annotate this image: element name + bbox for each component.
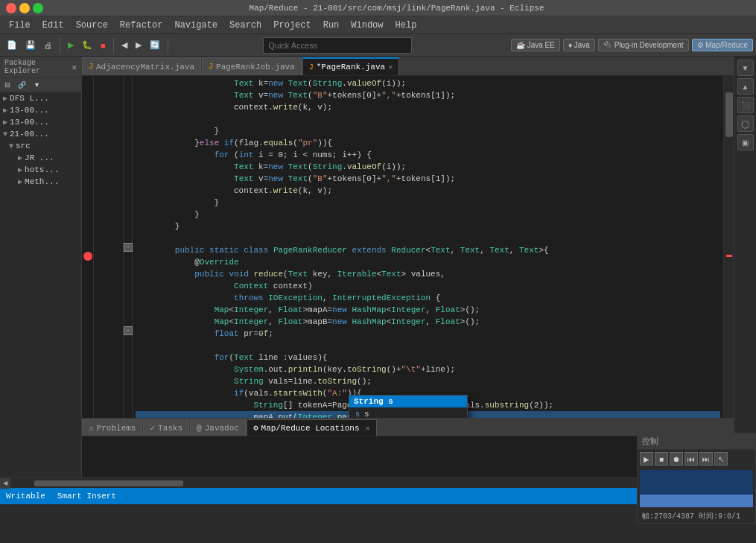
autocomplete-item-s[interactable]: s s (349, 407, 467, 418)
bottom-tab-close-btn[interactable]: ✕ (366, 424, 370, 433)
toolbar: 📄 💾 🖨 ▶ 🐛 ■ ◀ ▶ 🔄 ☕ Java EE ♦ Java 🔌 Plu… (0, 34, 756, 57)
line-num (94, 352, 123, 363)
maximize-window-btn[interactable] (33, 3, 43, 13)
package-icon: ▶ (18, 177, 22, 186)
window-controls[interactable] (6, 3, 43, 13)
bottom-tab-label: Map/Reduce Locations (261, 424, 360, 433)
tab-adjacency[interactable]: J AdjacencyMatrix.java (82, 57, 201, 75)
sidebar-item-hots[interactable]: ▶ hots... (0, 164, 81, 176)
main-layout: Package Explorer ✕ ⊟ 🔗 ▼ ▶ DFS L... ▶ 13… (0, 57, 756, 477)
sidebar-item-dfs[interactable]: ▶ DFS L... (0, 92, 81, 104)
sidebar-collapse-btn[interactable]: ✕ (72, 63, 77, 72)
refresh-btn[interactable]: 🔄 (146, 38, 164, 52)
bottom-tab-problems[interactable]: ⚠ Problems (82, 419, 142, 436)
code-line: }else if(flag.equals("pr")){ (136, 137, 720, 149)
line-num (94, 173, 123, 185)
code-line: float pr=0f; (136, 328, 720, 340)
run-btn[interactable]: ▶ (64, 38, 77, 52)
line-num (94, 197, 123, 209)
debug-btn[interactable]: 🐛 (78, 38, 96, 52)
toolbar-file-group: 📄 💾 🖨 (3, 38, 56, 52)
scrollbar-thumb[interactable] (725, 92, 733, 137)
bottom-tab-tasks[interactable]: ✓ Tasks (143, 419, 189, 436)
back-btn[interactable]: ◀ (118, 38, 131, 52)
toolbar-run-group: ▶ 🐛 ■ (64, 38, 109, 52)
bottom-tab-mapreduce[interactable]: ⚙ Map/Reduce Locations ✕ (247, 419, 377, 436)
new-btn[interactable]: 📄 (3, 38, 21, 52)
cp-btn-prev[interactable]: ⏮ (684, 452, 698, 466)
code-line: Text k=new Text(String.valueOf(i)); (136, 161, 720, 173)
line-num (94, 113, 123, 125)
menu-project[interactable]: Project (267, 19, 317, 32)
forward-btn[interactable]: ▶ (132, 38, 145, 52)
quickaccess-area (172, 37, 504, 54)
bottom-tab-label: Problems (97, 424, 136, 433)
line-num (94, 316, 123, 328)
close-window-btn[interactable] (6, 3, 16, 13)
sidebar-item-src[interactable]: ▼ src (0, 140, 81, 152)
sidebar-item-1300a[interactable]: ▶ 13-00... (0, 104, 81, 116)
perspective-map-reduce[interactable]: ⚙ Map/Reduce (692, 39, 753, 51)
cp-btn-next[interactable]: ⏭ (699, 452, 713, 466)
status-writable: Writable (6, 492, 45, 501)
quick-access-input[interactable] (263, 37, 412, 54)
menu-refactor[interactable]: Refactor (114, 19, 169, 32)
tab-pagerank[interactable]: J *PageRank.java ✕ (302, 57, 399, 75)
line-num (94, 411, 123, 418)
menu-file[interactable]: File (3, 19, 36, 32)
cp-btn-play[interactable]: ▶ (640, 452, 653, 466)
code-line: System.out.println(key.toString()+"\t"+l… (136, 363, 720, 375)
print-btn[interactable]: 🖨 (40, 39, 56, 52)
vertical-scrollbar[interactable] (723, 76, 734, 418)
perspective-java[interactable]: ♦ Java (563, 39, 595, 51)
menu-search[interactable]: Search (223, 19, 267, 32)
rp-btn-4[interactable]: ◯ (737, 115, 754, 132)
scroll-left-btn[interactable]: ◀ (0, 478, 10, 489)
menu-edit[interactable]: Edit (36, 19, 70, 32)
tab-pagerank-job[interactable]: J PageRankJob.java (202, 57, 302, 75)
code-content[interactable]: Text k=new Text(String.valueOf(i)); Text… (133, 76, 723, 418)
sidebar-item-1300b[interactable]: ▶ 13-00... (0, 116, 81, 128)
menu-source[interactable]: Source (70, 19, 114, 32)
cp-btn-cursor[interactable]: ↖ (714, 452, 728, 466)
sidebar-collapse-all-btn[interactable]: ⊟ (1, 80, 13, 90)
cp-btn-stop[interactable]: ■ (655, 452, 668, 466)
sidebar-item-jr[interactable]: ▶ JR ... (0, 152, 81, 164)
rp-btn-3[interactable]: ⬛ (737, 97, 754, 113)
line-num (94, 280, 123, 292)
right-panel: ▼ ▲ ⬛ ◯ ▣ (734, 57, 756, 477)
sidebar-item-label: 13-00... (10, 106, 49, 115)
perspective-plugin-dev[interactable]: 🔌 Plug-in Development (598, 39, 689, 51)
fold-marker[interactable]: - (124, 243, 133, 252)
control-panel-display (640, 470, 753, 507)
bottom-tab-javadoc[interactable]: @ Javadoc (190, 419, 246, 436)
rp-btn-1[interactable]: ▼ (737, 60, 754, 76)
fold-marker[interactable]: - (124, 326, 133, 335)
stop-btn[interactable]: ■ (97, 39, 109, 52)
cp-btn-record[interactable]: ⏺ (670, 452, 683, 466)
tab-close-btn[interactable]: ✕ (388, 63, 393, 72)
line-num (94, 232, 123, 244)
code-editor[interactable]: - - Text k=new Text(String.valueOf(i)); … (82, 76, 734, 418)
save-btn[interactable]: 💾 (22, 38, 39, 52)
sidebar-menu-btn[interactable]: ▼ (31, 80, 43, 90)
line-num (94, 375, 123, 387)
toolbar-sep-3 (168, 38, 168, 53)
sidebar-link-btn[interactable]: 🔗 (15, 80, 29, 90)
perspective-java-ee[interactable]: ☕ Java EE (511, 39, 560, 51)
autocomplete-header-text: String s (354, 397, 393, 406)
marker-column (82, 76, 94, 418)
sidebar-item-meth[interactable]: ▶ Meth... (0, 176, 81, 188)
rp-btn-2[interactable]: ▲ (737, 78, 754, 95)
rp-btn-5[interactable]: ▣ (737, 134, 754, 150)
hscroll-thumb[interactable] (34, 480, 183, 486)
sidebar-item-2100[interactable]: ▼ 21-00... (0, 128, 81, 140)
sidebar: Package Explorer ✕ ⊟ 🔗 ▼ ▶ DFS L... ▶ 13… (0, 57, 82, 477)
menu-run[interactable]: Run (317, 19, 346, 32)
menu-window[interactable]: Window (345, 19, 389, 32)
menu-help[interactable]: Help (390, 19, 423, 32)
code-line: } (136, 125, 720, 137)
control-panel-toolbar: ▶ ■ ⏺ ⏮ ⏭ ↖ (638, 450, 755, 468)
menu-navigate[interactable]: Navigate (168, 19, 223, 32)
minimize-window-btn[interactable] (19, 3, 30, 13)
